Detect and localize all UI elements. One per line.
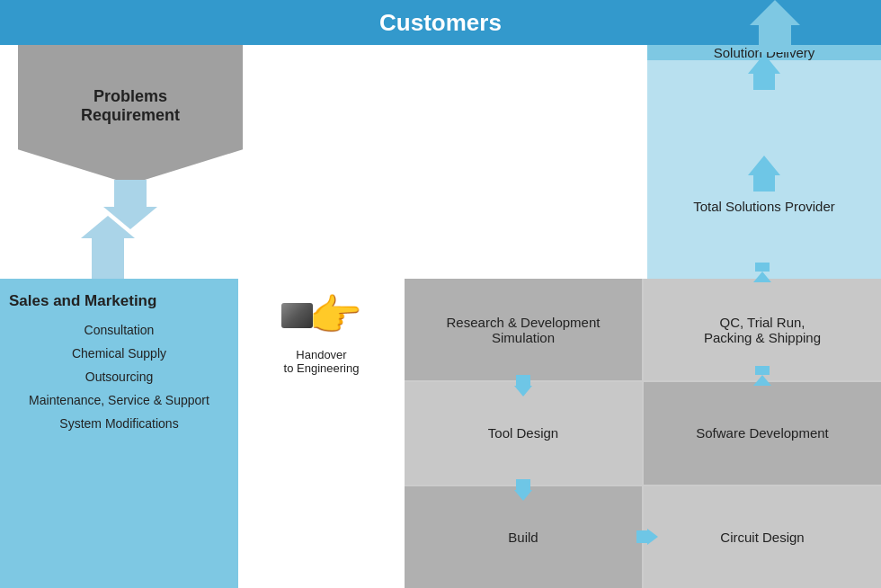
customers-bar: Customers xyxy=(0,0,881,45)
arrow-head xyxy=(647,529,658,545)
circuit-label: Circuit Design xyxy=(720,530,804,545)
circuit-design-cell: Circuit Design xyxy=(644,486,881,588)
list-item: Consultation xyxy=(9,323,229,337)
qc-cell: QC, Trial Run, Packing & Shipping xyxy=(644,279,881,380)
list-item: Chemical Supply xyxy=(9,346,229,361)
arrow-shaft xyxy=(516,479,530,490)
arrow-head xyxy=(81,216,135,238)
center-white-area xyxy=(238,45,647,279)
list-item: Outsourcing xyxy=(9,370,229,384)
rd-simulation-cell: Research & Development Simulation xyxy=(405,279,642,380)
arrow-head xyxy=(514,490,532,501)
hand-illustration: 👉 xyxy=(281,290,362,341)
arrow-head xyxy=(753,375,771,386)
arrow-shaft xyxy=(516,375,530,386)
arrow-shaft xyxy=(636,530,647,543)
handover-area: 👉 Handover to Engineering xyxy=(238,274,405,391)
list-item: System Modifications xyxy=(9,416,229,431)
total-solutions-label: Total Solutions Provider xyxy=(693,199,835,214)
tool-design-cell: Tool Design xyxy=(405,382,642,484)
build-cell: Build xyxy=(405,486,642,588)
arrow-shaft xyxy=(755,263,770,272)
handover-label: Handover to Engineering xyxy=(284,348,360,375)
build-label: Build xyxy=(508,530,538,545)
customers-label: Customers xyxy=(379,9,502,37)
arrow-head xyxy=(514,386,532,396)
main-engineering-grid: Research & Development Simulation QC, Tr… xyxy=(405,279,881,588)
software-label: Sofware Development xyxy=(696,425,829,441)
tool-down-arrow xyxy=(514,479,532,501)
solution-up-arrow xyxy=(748,54,780,90)
software-dev-cell: Sofware Development xyxy=(644,382,881,484)
qc-label: QC, Trial Run, Packing & Shipping xyxy=(704,315,821,345)
sales-marketing-panel: Sales and Marketing Consultation Chemica… xyxy=(0,279,238,588)
rd-label: Research & Development Simulation xyxy=(414,315,633,345)
sales-title: Sales and Marketing xyxy=(9,292,229,310)
arrow-shaft xyxy=(753,74,775,90)
total-up-arrow xyxy=(647,156,881,192)
arrow-shaft xyxy=(114,180,147,207)
problems-text: Problems Requirement xyxy=(81,87,180,125)
problems-requirement-box: Problems Requirement xyxy=(18,45,243,184)
total-solutions-content: Total Solutions Provider xyxy=(647,156,881,214)
arrow-head xyxy=(750,0,800,25)
list-item: Maintenance, Service & Support xyxy=(9,393,229,407)
arrow-head xyxy=(753,272,771,282)
arrow-shaft xyxy=(759,25,791,52)
qc-up-arrow xyxy=(753,263,771,282)
build-right-arrow xyxy=(636,529,658,545)
arrow-shaft xyxy=(755,366,770,375)
pointing-hand-icon: 👉 xyxy=(308,290,362,341)
software-up-arrow xyxy=(753,366,771,386)
arrow-head xyxy=(748,54,780,74)
arrow-head xyxy=(748,156,780,175)
rd-down-arrow xyxy=(514,375,532,396)
tool-label: Tool Design xyxy=(488,425,558,441)
arrow-shaft xyxy=(753,175,775,192)
top-right-up-arrow xyxy=(750,0,800,52)
